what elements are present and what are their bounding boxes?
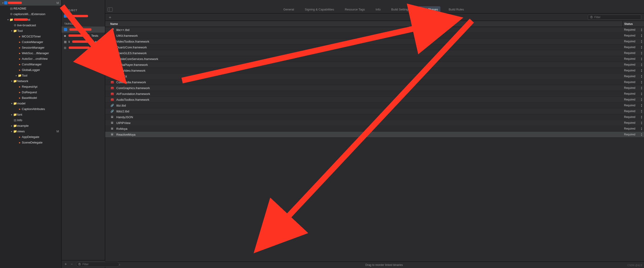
- status-cell[interactable]: Required▴▾: [623, 51, 644, 55]
- navigator-row[interactable]: ▾📁model: [0, 100, 61, 106]
- status-cell[interactable]: Required▴▾: [623, 109, 644, 113]
- stepper-icon[interactable]: ▴▾: [641, 127, 642, 130]
- disclosure-triangle[interactable]: ▸: [10, 124, 13, 127]
- navigator-row[interactable]: ▸SessionManager: [0, 45, 61, 50]
- targets-filter[interactable]: ⦿: [76, 262, 119, 267]
- status-cell[interactable]: Required▴▾: [623, 103, 644, 107]
- table-row[interactable]: 🧰CoreMedia.frameworkRequired▴▾: [105, 79, 644, 85]
- target-item[interactable]: ◆Tests: [62, 33, 105, 39]
- navigator-row[interactable]: ▸📁font: [0, 112, 61, 117]
- navigator-row[interactable]: ▸RequestApi: [0, 84, 61, 89]
- stepper-icon[interactable]: ▴▾: [641, 103, 642, 107]
- navigator-row[interactable]: ▸AppDelegate: [0, 134, 61, 140]
- stepper-icon[interactable]: ▴▾: [641, 92, 642, 96]
- stepper-icon[interactable]: ▴▾: [641, 51, 642, 55]
- navigator-row[interactable]: ⚙captionsWi…tExtension: [0, 11, 61, 17]
- navigator-row[interactable]: ▸CookieManager: [0, 39, 61, 45]
- navigator-row[interactable]: ▤Info: [0, 117, 61, 123]
- status-cell[interactable]: Required▴▾: [623, 121, 644, 125]
- navigator-row[interactable]: ▾📁st: [0, 17, 61, 22]
- tab-signing-capabilities[interactable]: Signing & Capabilities: [302, 6, 336, 13]
- column-status[interactable]: Status: [623, 21, 644, 27]
- table-row[interactable]: 🏛UIPiPViewRequired▴▾: [105, 120, 644, 126]
- table-row[interactable]: 🧰QuartzCore.frameworkRequired▴▾: [105, 44, 644, 50]
- targets-filter-input[interactable]: [82, 263, 117, 266]
- tab-info[interactable]: Info: [373, 6, 383, 13]
- stepper-icon[interactable]: ▴▾: [641, 57, 642, 61]
- stepper-icon[interactable]: ▴▾: [641, 109, 642, 113]
- table-row[interactable]: 🧰OpenGLES.frameworkRequired▴▾: [105, 50, 644, 56]
- status-cell[interactable]: Required▴▾: [623, 34, 644, 38]
- disclosure-triangle[interactable]: ▾: [10, 102, 13, 105]
- column-name[interactable]: Name: [105, 22, 623, 26]
- stepper-icon[interactable]: ▴▾: [641, 63, 642, 67]
- navigator-row[interactable]: ▾📁Network: [0, 78, 61, 84]
- stepper-icon[interactable]: ▴▾: [641, 132, 642, 136]
- stepper-icon[interactable]: ▴▾: [641, 45, 642, 49]
- navigator-row[interactable]: ▤README: [0, 6, 61, 11]
- status-cell[interactable]: Required▴▾: [623, 132, 644, 136]
- navigator-row[interactable]: ▸SceneDelegate: [0, 140, 61, 145]
- table-row[interactable]: 🔗libc++.tbdRequired▴▾: [105, 27, 644, 33]
- table-row[interactable]: 🏛HandyJSONRequired▴▾: [105, 114, 644, 120]
- disclosure-triangle[interactable]: ▸: [10, 113, 13, 116]
- toggle-sidebar-button[interactable]: [108, 8, 112, 12]
- navigator-row[interactable]: ▸AutoScr…crollView: [0, 56, 61, 61]
- status-cell[interactable]: Required▴▾: [623, 115, 644, 119]
- build-phases-filter[interactable]: ⦿: [588, 15, 641, 20]
- tab-build-rules[interactable]: Build Rules: [446, 6, 466, 13]
- navigator-row[interactable]: ▸WebSoc…tManager: [0, 50, 61, 56]
- status-cell[interactable]: Required▴▾: [623, 98, 644, 101]
- status-cell[interactable]: Required▴▾: [623, 92, 644, 96]
- table-row[interactable]: 🧰UIKit.frameworkRequired▴▾: [105, 33, 644, 39]
- status-cell[interactable]: Required▴▾: [623, 127, 644, 130]
- status-cell[interactable]: Required▴▾: [623, 74, 644, 78]
- table-row[interactable]: 🏛RxMoyaRequired▴▾: [105, 126, 644, 132]
- table-row[interactable]: 🏛SnapKitRequired▴▾: [105, 74, 644, 79]
- stepper-icon[interactable]: ▴▾: [641, 34, 642, 38]
- stepper-icon[interactable]: ▴▾: [641, 69, 642, 72]
- stepper-icon[interactable]: ▴▾: [641, 28, 642, 32]
- stepper-icon[interactable]: ▴▾: [641, 74, 642, 78]
- status-cell[interactable]: Required▴▾: [623, 69, 644, 72]
- disclosure-triangle[interactable]: ▾: [6, 18, 9, 21]
- tab-resource-tags[interactable]: Resource Tags: [342, 6, 367, 13]
- table-row[interactable]: 🧰MediaPlayer.frameworkRequired▴▾: [105, 62, 644, 68]
- target-item[interactable]: ⊞…: [62, 45, 105, 51]
- navigator-row[interactable]: ▸ConstManager: [0, 61, 61, 67]
- navigator-row[interactable]: ▸📁example: [0, 123, 61, 128]
- navigator-row[interactable]: ⚙live-broadcast: [0, 22, 61, 28]
- project-item[interactable]: [62, 13, 105, 19]
- table-row[interactable]: 🔗libbz2.tbdRequired▴▾: [105, 108, 644, 114]
- navigator-row[interactable]: ▾📁Tool: [0, 28, 61, 34]
- remove-target-button[interactable]: －: [70, 262, 74, 266]
- navigator-row[interactable]: ▸📁Tool: [0, 73, 61, 78]
- status-cell[interactable]: Required▴▾: [623, 45, 644, 49]
- build-phases-filter-input[interactable]: [594, 16, 639, 19]
- status-cell[interactable]: Required▴▾: [623, 57, 644, 61]
- navigator-row[interactable]: ▸📁viewsM: [0, 128, 61, 134]
- stepper-icon[interactable]: ▴▾: [641, 115, 642, 119]
- status-cell[interactable]: Required▴▾: [623, 80, 644, 84]
- add-target-button[interactable]: ＋: [64, 262, 68, 266]
- stepper-icon[interactable]: ▴▾: [641, 40, 642, 43]
- navigator-row[interactable]: ▾M: [0, 0, 61, 6]
- disclosure-triangle[interactable]: ▸: [10, 130, 13, 132]
- table-row[interactable]: 🧰AVFoundation.frameworkRequired▴▾: [105, 91, 644, 97]
- navigator-row[interactable]: ▸CaptionAttributes: [0, 106, 61, 112]
- disclosure-triangle[interactable]: ▸: [15, 74, 18, 77]
- target-item[interactable]: [62, 27, 105, 33]
- stepper-icon[interactable]: ▴▾: [641, 121, 642, 125]
- frameworks-table[interactable]: 🔗libc++.tbdRequired▴▾🧰UIKit.frameworkReq…: [105, 27, 644, 261]
- tab-general[interactable]: General: [281, 6, 296, 13]
- stepper-icon[interactable]: ▴▾: [641, 86, 642, 90]
- navigator-row[interactable]: ▸BaseModel: [0, 95, 61, 100]
- add-build-phase-button[interactable]: ＋: [108, 15, 112, 20]
- table-row[interactable]: 🧰CoreVideo.frameworkRequired▴▾: [105, 68, 644, 74]
- table-row[interactable]: 🧰AudioToolbox.frameworkRequired▴▾: [105, 97, 644, 103]
- stepper-icon[interactable]: ▴▾: [641, 98, 642, 101]
- disclosure-triangle[interactable]: ▾: [10, 80, 13, 82]
- table-row[interactable]: 🔗libz.tbdRequired▴▾: [105, 103, 644, 108]
- navigator-tree[interactable]: ▾M▤README⚙captionsWi…tExtension▾📁st⚙live…: [0, 0, 61, 268]
- disclosure-triangle[interactable]: ▾: [10, 30, 13, 32]
